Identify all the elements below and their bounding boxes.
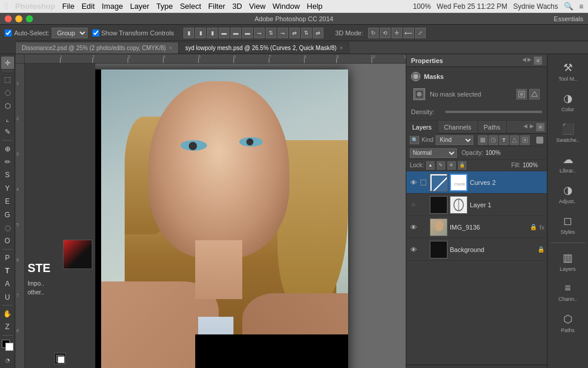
menu-image[interactable]: Image: [102, 2, 123, 11]
layer-curves2-eye[interactable]: 👁: [409, 178, 418, 187]
distribute-top-btn[interactable]: ⇄: [289, 28, 300, 38]
fill-value[interactable]: 100%: [523, 162, 543, 168]
mask-add-pixel-btn[interactable]: [516, 89, 527, 100]
path-select-tool[interactable]: A: [1, 278, 14, 290]
blend-mode-select[interactable]: Normal Dissolve Multiply Screen Overlay: [410, 148, 457, 158]
opacity-value[interactable]: 100%: [486, 150, 506, 156]
essentials-btn[interactable]: Essentials: [554, 15, 583, 22]
tab-dissonance[interactable]: Dissonance2.psd @ 25% (2 photo/edits cop…: [15, 42, 179, 54]
text-tool[interactable]: T: [1, 264, 14, 277]
panel-color-btn[interactable]: ◑ Color: [550, 87, 586, 117]
lock-px-btn[interactable]: ▲: [426, 161, 435, 170]
tab-channels[interactable]: Channels: [438, 121, 477, 134]
transform-controls-check[interactable]: Show Transform Controls: [92, 29, 174, 37]
move-tool-checkbox[interactable]: [5, 29, 12, 37]
crop-tool[interactable]: ⌞: [1, 112, 14, 125]
menu-select[interactable]: Select: [180, 2, 201, 11]
quick-select-tool[interactable]: ⬡: [1, 100, 14, 112]
3d-rotate-btn[interactable]: ↻: [368, 28, 379, 38]
panel-swatches-btn[interactable]: ⬛ Swatche..: [550, 118, 586, 147]
3d-scale-btn[interactable]: ⤢: [415, 28, 426, 38]
distribute-middle-btn[interactable]: ⇅: [301, 28, 312, 38]
background-color[interactable]: [5, 343, 14, 351]
lasso-tool[interactable]: ◌: [1, 87, 14, 99]
panel-tools-btn[interactable]: ⚒ Tool M..: [550, 57, 586, 86]
menu-view[interactable]: View: [249, 2, 266, 11]
panel-adjustments-btn[interactable]: ◑ Adjust..: [550, 179, 586, 208]
distribute-bottom-btn[interactable]: ⇄: [313, 28, 323, 38]
menu-layer[interactable]: Layer: [130, 2, 149, 11]
tab-dissonance-close[interactable]: ×: [169, 45, 172, 51]
properties-arrow-right[interactable]: ▶: [527, 57, 532, 65]
spot-heal-tool[interactable]: ⊕: [1, 142, 14, 155]
layer-row-curves2[interactable]: 👁 mask: [406, 171, 547, 194]
menu-3d[interactable]: 3D: [232, 2, 242, 11]
layer-curves2-check[interactable]: [420, 180, 426, 185]
menu-type[interactable]: Type: [156, 2, 173, 11]
3d-slide-btn[interactable]: ⟵: [403, 28, 414, 38]
filter-type-select[interactable]: Kind Name Effect Mode Attribute Color: [436, 135, 473, 145]
layers-arrow-right[interactable]: ▶: [530, 123, 534, 131]
panel-layers2-btn[interactable]: ▥ Layers: [550, 247, 586, 276]
brush-tool[interactable]: ✏: [1, 155, 14, 168]
align-bottom-btn[interactable]: ▬: [242, 28, 253, 38]
panel-channels-btn[interactable]: ≡ Chann..: [550, 277, 586, 307]
history-tool[interactable]: Y: [1, 182, 14, 194]
move-tool[interactable]: ✛: [1, 57, 14, 69]
3d-roll-btn[interactable]: ⟲: [380, 28, 390, 38]
layers-menu-icon[interactable]: ≡: [536, 123, 544, 131]
mask-pixel-icon[interactable]: [413, 88, 425, 100]
menu-extra-icon[interactable]: ≡: [579, 2, 583, 11]
menu-window[interactable]: Window: [273, 2, 300, 11]
distribute-center-btn[interactable]: ⇅: [266, 28, 276, 38]
layers-arrow-left[interactable]: ◀: [523, 123, 527, 131]
panel-libraries-btn[interactable]: ☁ Librar..: [550, 148, 586, 178]
properties-menu-icon[interactable]: ≡: [534, 57, 542, 65]
tab-paths[interactable]: Paths: [478, 121, 507, 134]
align-center-btn[interactable]: ▮: [195, 28, 206, 38]
menu-filter[interactable]: Filter: [208, 2, 225, 11]
gradient-tool[interactable]: G: [1, 208, 14, 221]
window-controls[interactable]: [5, 15, 33, 22]
pen-tool[interactable]: P: [1, 251, 14, 264]
filter-adjustment-btn[interactable]: [489, 135, 498, 145]
canvas-viewport[interactable]: STE Impo.. other..: [25, 64, 406, 368]
distribute-right-btn[interactable]: ⇁: [278, 28, 288, 38]
hand-tool[interactable]: ✋: [1, 307, 14, 320]
auto-select-select[interactable]: Group Layer: [52, 28, 88, 38]
layers-search-icon[interactable]: 🔍: [410, 136, 419, 144]
menu-edit[interactable]: Edit: [82, 2, 95, 11]
eraser-tool[interactable]: E: [1, 195, 14, 208]
foreground-background-colors[interactable]: [2, 340, 14, 351]
filter-type-btn[interactable]: T: [499, 135, 509, 145]
filter-smart-btn[interactable]: [520, 135, 530, 145]
menu-file[interactable]: File: [62, 2, 75, 11]
panel-styles-btn[interactable]: ◻ Styles: [550, 210, 586, 239]
density-slider[interactable]: [445, 111, 542, 113]
align-top-btn[interactable]: ▬: [219, 28, 229, 38]
lock-all-btn[interactable]: 🔒: [458, 161, 466, 170]
3d-pan-btn[interactable]: ✛: [392, 28, 402, 38]
blur-tool[interactable]: ◌: [1, 221, 14, 234]
shape-tool[interactable]: U: [1, 291, 14, 303]
distribute-left-btn[interactable]: ⇁: [254, 28, 265, 38]
rect-select-tool[interactable]: ⬚: [1, 73, 14, 85]
filter-pixel-btn[interactable]: [478, 135, 487, 145]
zoom-tool[interactable]: Z: [1, 321, 14, 333]
apple-menu[interactable]: : [5, 1, 8, 12]
align-middle-btn[interactable]: ▬: [230, 28, 241, 38]
align-left-btn[interactable]: ▮: [183, 28, 194, 38]
panel-paths-btn[interactable]: ⬡ Paths: [550, 308, 586, 337]
align-right-btn[interactable]: ▮: [207, 28, 218, 38]
layer-img9136-eye[interactable]: 👁: [409, 223, 418, 232]
layer-row-background[interactable]: 👁 Background 🔒: [406, 238, 547, 261]
tab-syd-close[interactable]: ×: [339, 45, 343, 51]
properties-arrow-left[interactable]: ◀: [522, 57, 526, 65]
quick-mask-toggle[interactable]: ◔: [1, 354, 14, 366]
lock-draw-btn[interactable]: ✎: [437, 161, 445, 170]
lock-move-btn[interactable]: ✛: [447, 161, 456, 170]
mask-add-vector-btn[interactable]: [529, 89, 540, 100]
menu-help[interactable]: Help: [307, 2, 323, 11]
layer-row-layer1[interactable]: 👁 Layer 1: [406, 194, 547, 216]
dodge-tool[interactable]: O: [1, 235, 14, 247]
